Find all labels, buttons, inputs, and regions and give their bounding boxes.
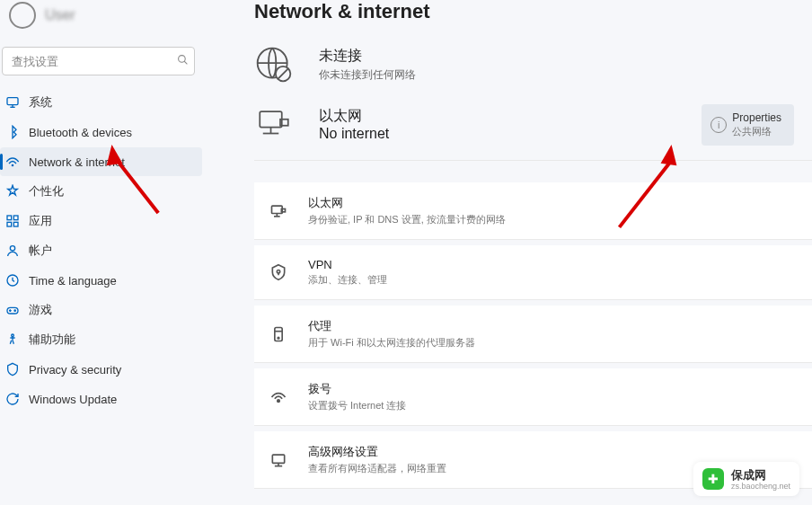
card-title: 以太网 (308, 195, 506, 211)
svg-point-13 (14, 310, 15, 311)
settings-card-eth[interactable]: 以太网身份验证, IP 和 DNS 设置, 按流量计费的网络 (254, 182, 812, 240)
svg-line-1 (184, 61, 187, 64)
sidebar-item-label: Bluetooth & devices (29, 126, 132, 139)
info-icon: i (710, 117, 727, 133)
page-title: Network & internet (254, 0, 812, 23)
privacy-icon (5, 362, 20, 377)
ethernet-icon (254, 104, 294, 144)
update-icon (5, 392, 20, 406)
svg-point-5 (12, 164, 13, 165)
sidebar-item-personal[interactable]: 个性化 (0, 177, 202, 206)
sidebar-item-label: Network & internet (29, 155, 125, 169)
svg-point-33 (278, 399, 280, 402)
system-icon (5, 95, 20, 110)
bluetooth-icon (5, 125, 20, 139)
globe-blocked-icon (254, 45, 294, 84)
sidebar-item-label: 系统 (29, 94, 52, 111)
card-sub: 添加、连接、管理 (308, 273, 387, 287)
svg-point-28 (277, 270, 279, 273)
access-icon (5, 332, 20, 347)
dial-icon (269, 387, 288, 407)
watermark-badge-icon: ✚ (702, 468, 724, 490)
sidebar-item-label: 个性化 (29, 183, 64, 199)
sidebar-item-system[interactable]: 系统 (0, 88, 202, 117)
user-account[interactable]: User (0, 0, 202, 31)
sidebar-item-privacy[interactable]: Privacy & security (0, 355, 202, 384)
settings-card-dial[interactable]: 拨号设置拨号 Internet 连接 (254, 368, 812, 426)
svg-rect-27 (281, 208, 285, 211)
sidebar-item-accounts[interactable]: 帐户 (0, 236, 202, 265)
sidebar-item-label: Windows Update (29, 393, 117, 406)
card-sub: 用于 Wi-Fi 和以太网连接的代理服务器 (308, 336, 475, 350)
status-sub: 你未连接到任何网络 (319, 67, 416, 83)
settings-list: 以太网身份验证, IP 和 DNS 设置, 按流量计费的网络VPN添加、连接、管… (254, 182, 812, 489)
svg-rect-7 (13, 216, 18, 220)
svg-rect-2 (7, 98, 18, 105)
card-sub: 查看所有网络适配器，网络重置 (308, 462, 446, 475)
sidebar-item-label: 应用 (29, 213, 52, 229)
sidebar-item-time[interactable]: Time & language (0, 266, 202, 295)
avatar-icon (9, 2, 36, 29)
card-title: 拨号 (308, 381, 406, 397)
apps-icon (5, 214, 20, 228)
ethernet-title: 以太网 (319, 107, 389, 126)
user-name: User (45, 7, 75, 23)
card-title: 高级网络设置 (308, 444, 446, 460)
svg-rect-20 (260, 111, 282, 128)
watermark: ✚ 保成网 zs.baocheng.net (693, 462, 799, 496)
properties-button[interactable]: i Properties 公共网络 (702, 104, 794, 146)
svg-rect-9 (13, 222, 18, 226)
sidebar-item-label: Privacy & security (29, 363, 121, 377)
personal-icon (5, 184, 20, 199)
properties-sub: 公共网络 (732, 125, 781, 138)
svg-point-32 (278, 337, 279, 339)
settings-card-vpn[interactable]: VPN添加、连接、管理 (254, 245, 812, 300)
network-icon (5, 155, 20, 169)
sidebar-item-label: 游戏 (29, 302, 52, 318)
ethernet-sub: No internet (319, 126, 389, 142)
sidebar-item-label: 辅助功能 (29, 332, 75, 348)
card-title: VPN (308, 258, 387, 271)
svg-point-16 (12, 334, 14, 337)
svg-point-0 (179, 56, 186, 63)
accounts-icon (5, 244, 20, 258)
sidebar-item-bluetooth[interactable]: Bluetooth & devices (0, 118, 202, 146)
status-title: 未连接 (319, 47, 416, 66)
sidebar-item-access[interactable]: 辅助功能 (0, 325, 202, 354)
sidebar-item-update[interactable]: Windows Update (0, 385, 202, 413)
proxy-icon (269, 324, 288, 344)
search-icon (172, 54, 194, 68)
watermark-url: zs.baocheng.net (731, 482, 790, 491)
card-title: 代理 (308, 318, 475, 334)
svg-rect-24 (272, 206, 283, 213)
adv-icon (269, 450, 288, 470)
time-icon (5, 273, 20, 288)
ethernet-row: 以太网 No internet i Properties 公共网络 (254, 90, 812, 161)
sidebar-item-label: 帐户 (29, 243, 52, 259)
settings-card-proxy[interactable]: 代理用于 Wi-Fi 和以太网连接的代理服务器 (254, 306, 812, 363)
sidebar-nav: 系统Bluetooth & devicesNetwork & internet个… (0, 88, 202, 413)
gaming-icon (5, 303, 20, 317)
card-sub: 设置拨号 Internet 连接 (308, 399, 406, 412)
vpn-icon (269, 262, 288, 282)
svg-rect-8 (7, 222, 12, 226)
sidebar-item-label: Time & language (29, 274, 117, 288)
svg-rect-6 (7, 216, 12, 220)
search-input[interactable] (3, 55, 172, 68)
svg-point-10 (10, 246, 14, 251)
sidebar-item-network[interactable]: Network & internet (0, 147, 202, 176)
properties-title: Properties (732, 111, 781, 124)
network-status: 未连接 你未连接到任何网络 (254, 45, 812, 84)
svg-rect-12 (7, 307, 18, 314)
search-input-wrapper[interactable] (2, 47, 195, 75)
svg-rect-34 (272, 455, 284, 463)
card-sub: 身份验证, IP 和 DNS 设置, 按流量计费的网络 (308, 213, 506, 226)
eth-icon (269, 201, 288, 221)
sidebar-item-apps[interactable]: 应用 (0, 207, 202, 235)
sidebar-item-gaming[interactable]: 游戏 (0, 296, 202, 324)
